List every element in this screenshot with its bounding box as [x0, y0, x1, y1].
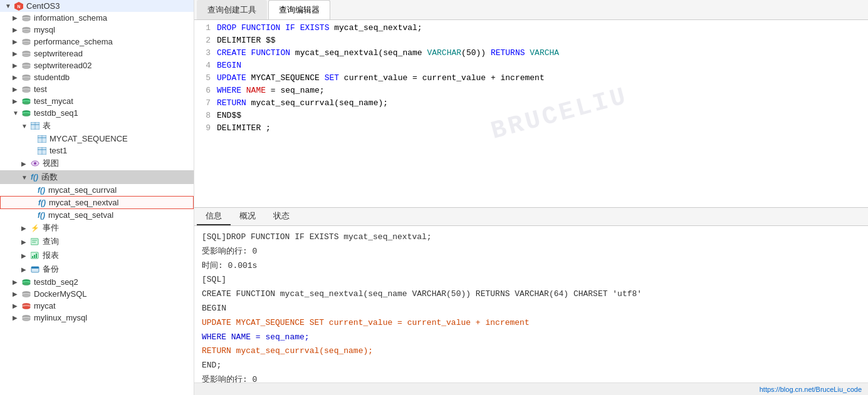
sidebar-item-mycat_seq_setval[interactable]: f() mycat_seq_setval: [0, 209, 194, 221]
bottom-tab-info[interactable]: 信息: [197, 208, 231, 225]
chevron-test: [13, 86, 20, 93]
sidebar-item-test1[interactable]: test1: [0, 145, 194, 156]
label-septwriteread02: septwriteread02: [34, 61, 92, 70]
sidebar-item-performance_schema[interactable]: performance_schema: [0, 36, 194, 48]
svg-point-60: [23, 318, 30, 321]
chevron-backups: [21, 266, 29, 273]
bottom-tab-overview[interactable]: 概况: [231, 208, 264, 225]
sidebar-item-septwriteread[interactable]: septwriteread: [0, 48, 194, 59]
view-group-icon: [31, 160, 39, 167]
label-testdb_seq2: testdb_seq2: [34, 277, 78, 287]
label-mylinux_mysql: mylinux_mysql: [34, 313, 87, 322]
label-functions-group: 函数: [41, 172, 58, 183]
db-icon-test_mycat: [22, 98, 31, 105]
sidebar-item-DockerMySQL[interactable]: DockerMySQL: [0, 288, 194, 300]
bottom-content: [SQL]DROP FUNCTION IF EXISTS mycat_seq_n…: [194, 226, 868, 382]
chevron-events: [21, 225, 29, 232]
line-number: 1: [194, 23, 217, 33]
svg-point-10: [23, 42, 30, 44]
label-test_mycat: test_mycat: [34, 96, 73, 106]
chevron-views: [21, 160, 29, 167]
chevron-septwriteread: [13, 50, 20, 57]
code-line: 2DELIMITER $$: [194, 35, 868, 48]
code-line: 9DELIMITER ;: [194, 123, 868, 135]
sidebar-group-backups[interactable]: 备份: [0, 262, 194, 276]
sidebar-item-testdb_seq2[interactable]: testdb_seq2: [0, 276, 194, 288]
info-line: BEGIN: [202, 302, 860, 315]
line-content: RETURN mycat_seq_currval(seq_name);: [217, 98, 868, 108]
svg-rect-48: [31, 267, 39, 269]
tab-query-editor[interactable]: 查询编辑器: [268, 0, 330, 19]
sidebar-group-reports[interactable]: 报表: [0, 249, 194, 262]
sidebar-group-views[interactable]: 视图: [0, 156, 194, 170]
label-views-group: 视图: [43, 158, 59, 169]
label-studentdb: studentdb: [34, 73, 70, 82]
line-number: 3: [194, 48, 217, 58]
label-mycat: mycat: [34, 301, 56, 310]
line-number: 7: [194, 98, 217, 108]
chevron-studentdb: [13, 74, 20, 81]
line-number: 2: [194, 36, 217, 45]
svg-point-4: [23, 18, 30, 21]
table-group-icon: [31, 122, 39, 130]
sidebar-item-test[interactable]: test: [0, 83, 194, 95]
sidebar-item-MYCAT_SEQUENCE[interactable]: MYCAT_SEQUENCE: [0, 133, 194, 145]
chevron-functions: [21, 174, 29, 181]
right-panel: 查询创建工具 查询编辑器 BRUCELIU 1DROP FUNCTION IF …: [194, 0, 868, 395]
sidebar-item-test_mycat[interactable]: test_mycat: [0, 95, 194, 107]
func-icon-currval: f(): [38, 186, 45, 195]
line-content: DELIMITER ;: [217, 123, 868, 133]
sidebar-item-mycat[interactable]: mycat: [0, 300, 194, 312]
bottom-tab-status[interactable]: 状态: [264, 208, 298, 225]
line-content: UPDATE MYCAT_SEQUENCE SET current_value …: [217, 73, 868, 83]
sidebar-item-information_schema[interactable]: information_schema: [0, 12, 194, 24]
sidebar-item-mylinux_mysql[interactable]: mylinux_mysql: [0, 312, 194, 324]
db-icon-mylinux_mysql: [22, 315, 31, 321]
query-group-icon: [31, 238, 39, 245]
sidebar-group-functions[interactable]: f() 函数: [0, 170, 194, 184]
chevron-testdb_seq1: [13, 110, 20, 116]
label-test: test: [34, 85, 47, 94]
code-line: 8END$$: [194, 110, 868, 123]
chevron-mysql: [13, 26, 20, 33]
tab-query-create[interactable]: 查询创建工具: [197, 0, 267, 19]
sidebar-item-mycat_seq_currval[interactable]: f() mycat_seq_currval: [0, 184, 194, 196]
code-editor[interactable]: BRUCELIU 1DROP FUNCTION IF EXISTS mycat_…: [194, 20, 868, 207]
report-group-icon: [31, 252, 39, 259]
svg-rect-40: [31, 239, 38, 245]
sidebar-item-mysql[interactable]: mysql: [0, 24, 194, 36]
svg-rect-45: [34, 255, 35, 258]
svg-point-28: [23, 113, 30, 116]
svg-point-51: [23, 282, 30, 285]
db-icon-test: [22, 86, 31, 93]
table-icon-MYCAT_SEQUENCE: [38, 135, 46, 143]
label-mycat_seq_currval: mycat_seq_currval: [48, 185, 117, 195]
line-number: 5: [194, 73, 217, 83]
info-line: WHERE NAME = seq_name;: [202, 331, 860, 344]
sidebar-group-events[interactable]: ⚡ 事件: [0, 221, 194, 235]
chevron-performance_schema: [13, 38, 20, 45]
db-icon-mysql: [22, 27, 31, 33]
label-testdb_seq1: testdb_seq1: [34, 108, 78, 118]
info-line: UPDATE MYCAT_SEQUENCE SET current_value …: [202, 317, 860, 330]
line-content: DROP FUNCTION IF EXISTS mycat_seq_nextva…: [217, 23, 868, 33]
sidebar-item-testdb_seq1[interactable]: testdb_seq1: [0, 107, 194, 119]
statusbar-url: https://blog.cn.net/BruceLiu_code: [760, 386, 862, 393]
chevron-mylinux_mysql: [13, 314, 20, 321]
db-icon-mycat: [22, 303, 31, 309]
sidebar-group-queries[interactable]: 查询: [0, 235, 194, 249]
label-performance_schema: performance_schema: [34, 37, 113, 46]
sidebar-group-tables[interactable]: 表: [0, 119, 194, 133]
db-icon-septwriteread02: [22, 63, 31, 69]
label-backups-group: 备份: [43, 264, 59, 275]
db-icon-septwriteread: [22, 51, 31, 57]
sidebar-item-mycat_seq_nextval[interactable]: f() mycat_seq_nextval: [0, 196, 194, 209]
svg-rect-44: [32, 256, 33, 258]
sidebar-item-septwriteread02[interactable]: septwriteread02: [0, 59, 194, 71]
svg-point-57: [23, 306, 30, 309]
sidebar-root[interactable]: N CentOS3: [0, 0, 194, 12]
func-icon-setval: f(): [38, 211, 45, 220]
code-line: 5UPDATE MYCAT_SEQUENCE SET current_value…: [194, 73, 868, 85]
app-container: N CentOS3 information_schema mysql: [0, 0, 868, 395]
sidebar-item-studentdb[interactable]: studentdb: [0, 71, 194, 83]
